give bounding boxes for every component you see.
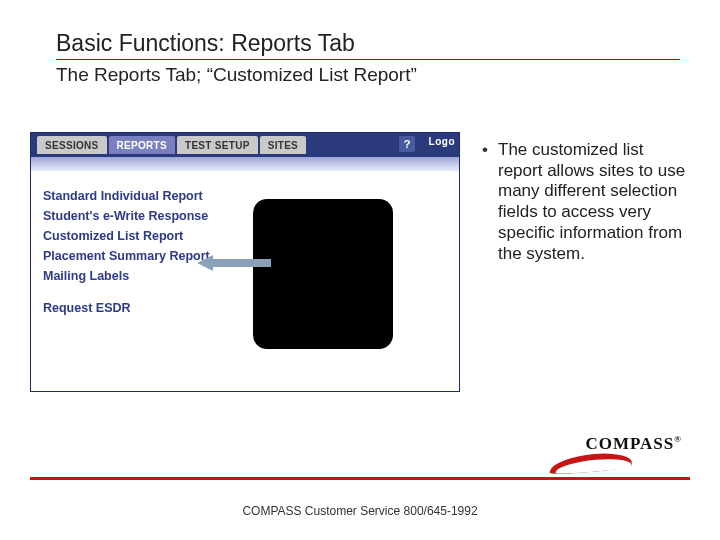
tab-sites[interactable]: SITES <box>260 136 306 154</box>
embedded-screenshot: SESSIONS REPORTS TEST SETUP SITES ? Logo… <box>30 132 460 392</box>
logo-text: COMPASS® <box>585 434 682 454</box>
preview-box <box>253 199 393 349</box>
bullet-list: The customized list report allows sites … <box>482 140 688 264</box>
slide-title: Basic Functions: Reports Tab <box>56 30 680 60</box>
pointer-arrow-icon <box>197 255 271 271</box>
sub-bar <box>31 157 459 171</box>
logout-link[interactable]: Logo <box>429 136 455 147</box>
tab-test-setup[interactable]: TEST SETUP <box>177 136 258 154</box>
swoosh-icon <box>549 451 635 476</box>
tab-sessions[interactable]: SESSIONS <box>37 136 107 154</box>
title-area: Basic Functions: Reports Tab The Reports… <box>56 30 680 86</box>
divider-rule <box>30 477 690 480</box>
help-icon[interactable]: ? <box>399 136 415 152</box>
bullet-area: The customized list report allows sites … <box>482 140 688 264</box>
reports-panel: Standard Individual Report Student's e-W… <box>31 171 459 391</box>
slide: Basic Functions: Reports Tab The Reports… <box>0 0 720 540</box>
logo-word: COMPASS <box>585 434 674 453</box>
registered-icon: ® <box>674 434 682 444</box>
tab-reports[interactable]: REPORTS <box>109 136 175 154</box>
tab-bar: SESSIONS REPORTS TEST SETUP SITES ? Logo <box>31 133 459 157</box>
bullet-item: The customized list report allows sites … <box>482 140 688 264</box>
footer-text: COMPASS Customer Service 800/645-1992 <box>0 504 720 518</box>
slide-subtitle: The Reports Tab; “Customized List Report… <box>56 64 680 86</box>
compass-logo: COMPASS® <box>552 434 682 474</box>
